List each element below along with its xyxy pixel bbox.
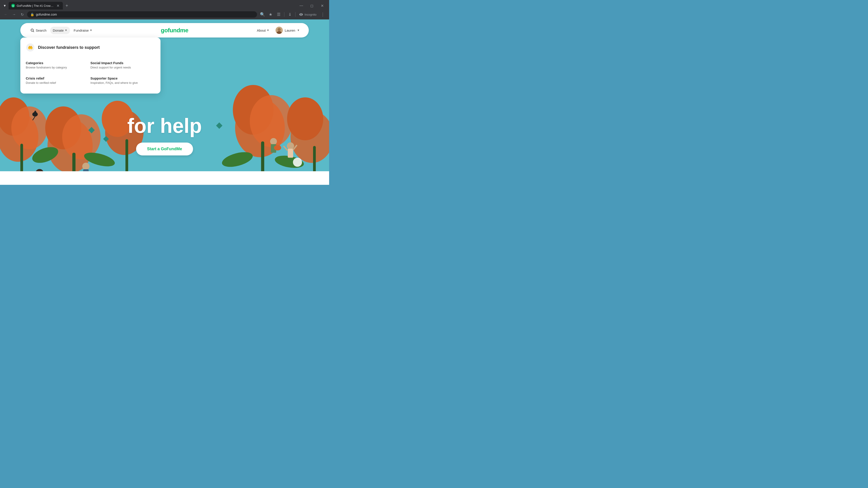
user-chevron-icon: ▼ bbox=[297, 29, 300, 32]
donate-dropdown: 🤲 Discover fundraisers to support Catego… bbox=[20, 37, 160, 94]
crisis-relief-title: Crisis relief bbox=[26, 76, 87, 80]
social-impact-title: Social Impact Funds bbox=[90, 61, 151, 65]
back-button[interactable]: ← bbox=[3, 11, 9, 18]
restore-button[interactable]: ◻ bbox=[307, 2, 317, 9]
url-text: gofundme.com bbox=[36, 13, 254, 16]
tab-title: GoFundMe | The #1 Crowdfund... bbox=[17, 4, 54, 7]
separator-2 bbox=[295, 12, 296, 17]
svg-point-49 bbox=[278, 28, 281, 31]
categories-desc: Browse fundraisers by category bbox=[26, 66, 87, 69]
nav-search-button[interactable]: Search bbox=[28, 26, 49, 34]
nav-logo[interactable]: gofundme bbox=[95, 27, 254, 34]
address-bar[interactable]: 🔒 gofundme.com bbox=[27, 11, 257, 18]
extensions-button[interactable]: ☰ bbox=[275, 11, 282, 18]
more-button[interactable]: ⋮ bbox=[319, 11, 327, 18]
svg-text:🤲: 🤲 bbox=[28, 45, 33, 50]
nav-right: About ▼ Lauren ▼ bbox=[254, 26, 302, 35]
lock-icon: 🔒 bbox=[30, 13, 34, 16]
hero-text: for help bbox=[127, 115, 202, 137]
svg-line-47 bbox=[33, 31, 34, 32]
about-nav-button[interactable]: About ▼ bbox=[254, 27, 272, 34]
navbar: Search Donate ▼ Fundraise ▼ gofundme Abo… bbox=[20, 23, 309, 37]
categories-title: Categories bbox=[26, 61, 87, 65]
dropdown-grid: Categories Browse fundraisers by categor… bbox=[26, 57, 155, 88]
incognito-label: Incognito bbox=[305, 13, 316, 16]
svg-point-7 bbox=[62, 114, 101, 160]
dropdown-item-social-impact[interactable]: Social Impact Funds Direct support for u… bbox=[90, 57, 155, 73]
fundraise-label: Fundraise bbox=[74, 29, 89, 32]
svg-point-29 bbox=[287, 142, 294, 150]
about-label: About bbox=[257, 29, 266, 32]
logo-text: gofundme bbox=[161, 27, 188, 34]
supporter-space-title: Supporter Space bbox=[90, 76, 151, 80]
incognito-icon bbox=[299, 12, 303, 17]
bottom-strip bbox=[0, 171, 329, 185]
svg-point-19 bbox=[287, 97, 323, 140]
donate-label: Donate bbox=[53, 29, 64, 32]
close-button[interactable]: ✕ bbox=[317, 2, 327, 9]
dropdown-item-categories[interactable]: Categories Browse fundraisers by categor… bbox=[26, 57, 90, 73]
discover-icon: 🤲 bbox=[26, 43, 35, 52]
svg-point-46 bbox=[31, 29, 33, 31]
svg-rect-30 bbox=[288, 149, 293, 158]
dropdown-header-title: Discover fundraisers to support bbox=[38, 45, 100, 50]
nav-left: Search Donate ▼ Fundraise ▼ bbox=[28, 26, 95, 34]
user-menu-button[interactable]: Lauren ▼ bbox=[274, 26, 302, 35]
browser-controls: ← → ↻ 🔒 gofundme.com 🔍 ★ ☰ ⇓ Incognito ⋮ bbox=[0, 9, 329, 20]
svg-point-3 bbox=[11, 106, 48, 149]
donate-nav-item[interactable]: Donate ▼ bbox=[50, 27, 70, 34]
bookmark-button[interactable]: ★ bbox=[267, 11, 274, 18]
fundraise-nav-item[interactable]: Fundraise ▼ bbox=[71, 27, 95, 34]
hands-icon: 🤲 bbox=[26, 43, 34, 52]
about-chevron-icon: ▼ bbox=[267, 29, 270, 32]
start-gofundme-button[interactable]: Start a GoFundMe bbox=[136, 142, 193, 156]
fundraise-chevron-icon: ▼ bbox=[90, 29, 92, 32]
active-tab[interactable]: g GoFundMe | The #1 Crowdfund... ✕ bbox=[8, 2, 63, 9]
minimize-button[interactable]: — bbox=[296, 2, 307, 9]
window-controls: — ◻ ✕ bbox=[296, 2, 327, 9]
tab-close-button[interactable]: ✕ bbox=[56, 4, 60, 8]
separator bbox=[284, 12, 284, 17]
svg-point-36 bbox=[32, 112, 38, 117]
supporter-space-desc: Inspiration, FAQs, and where to give bbox=[90, 81, 151, 85]
hero-content: for help Start a GoFundMe bbox=[127, 115, 202, 156]
user-name: Lauren bbox=[285, 29, 295, 32]
downloads-button[interactable]: ⇓ bbox=[286, 11, 293, 18]
dropdown-header: 🤲 Discover fundraisers to support bbox=[26, 43, 155, 52]
social-impact-desc: Direct support for urgent needs bbox=[90, 66, 151, 69]
search-icon bbox=[30, 28, 34, 32]
svg-point-42 bbox=[82, 163, 90, 170]
svg-point-33 bbox=[270, 138, 277, 145]
browser-right-actions: 🔍 ★ ☰ ⇓ Incognito ⋮ bbox=[259, 11, 327, 18]
tab-favicon: g bbox=[11, 4, 15, 7]
svg-point-35 bbox=[274, 145, 281, 151]
search-label: Search bbox=[36, 29, 46, 32]
crisis-relief-desc: Donate to verified relief bbox=[26, 81, 87, 85]
search-browser-button[interactable]: 🔍 bbox=[259, 11, 266, 18]
tab-group-arrow[interactable]: ▼ bbox=[2, 3, 8, 8]
scroll-indicator bbox=[293, 158, 302, 167]
tab-bar: ▼ g GoFundMe | The #1 Crowdfund... ✕ + —… bbox=[0, 0, 329, 9]
refresh-button[interactable]: ↻ bbox=[19, 11, 25, 18]
avatar bbox=[276, 27, 283, 34]
dropdown-item-crisis-relief[interactable]: Crisis relief Donate to verified relief bbox=[26, 73, 90, 88]
new-tab-button[interactable]: + bbox=[64, 2, 70, 9]
forward-button[interactable]: → bbox=[11, 11, 17, 18]
incognito-badge: Incognito bbox=[297, 11, 318, 18]
dropdown-item-supporter-space[interactable]: Supporter Space Inspiration, FAQs, and w… bbox=[90, 73, 155, 88]
browser-chrome: ▼ g GoFundMe | The #1 Crowdfund... ✕ + —… bbox=[0, 0, 329, 20]
page: for help Start a GoFundMe Search Donate … bbox=[0, 20, 329, 185]
avatar-image bbox=[276, 27, 283, 34]
donate-chevron-icon: ▼ bbox=[65, 29, 67, 32]
